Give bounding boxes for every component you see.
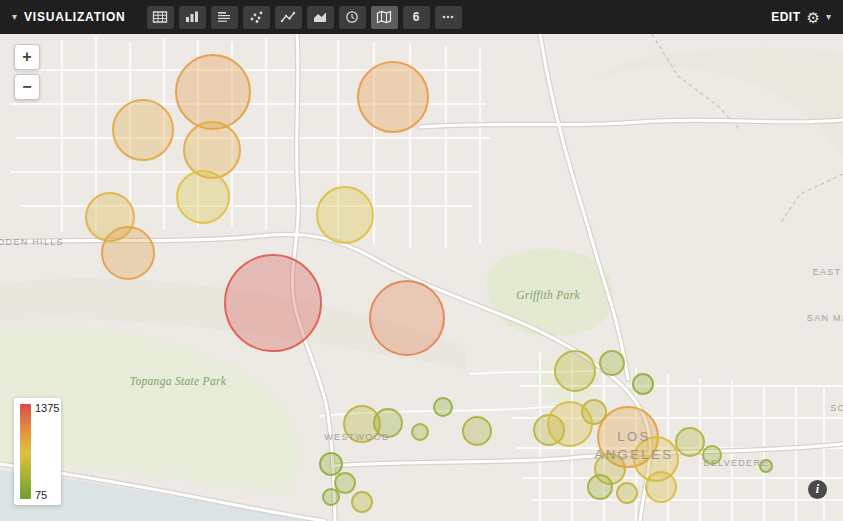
color-legend: 1375 75 <box>14 398 61 505</box>
map-bubble[interactable] <box>184 122 240 178</box>
map-bubble[interactable] <box>600 351 624 375</box>
map-bubble[interactable] <box>323 489 339 505</box>
map-bubble[interactable] <box>370 281 444 355</box>
visualization-app: ▾ VISUALIZATION 6 EDIT ⚙ ▾ <box>0 0 843 521</box>
map-bubble[interactable] <box>434 398 452 416</box>
map-bubble[interactable] <box>548 402 592 446</box>
map-bubble[interactable] <box>617 483 637 503</box>
map-bubble[interactable] <box>225 255 321 351</box>
map-bubble[interactable] <box>352 492 372 512</box>
attribution-info-button[interactable]: i <box>808 480 827 499</box>
edit-caret-icon[interactable]: ▾ <box>826 12 831 22</box>
bar-chart-icon[interactable] <box>179 6 206 29</box>
edit-label[interactable]: EDIT <box>771 10 800 24</box>
gear-icon[interactable]: ⚙ <box>807 10 820 25</box>
map-bubble[interactable] <box>646 472 676 502</box>
collapse-caret-icon[interactable]: ▾ <box>12 12 17 22</box>
map-bubble[interactable] <box>113 100 173 160</box>
toolbar-title: VISUALIZATION <box>24 10 126 24</box>
clock-icon[interactable] <box>339 6 366 29</box>
map-bubble[interactable] <box>176 55 250 129</box>
zoom-out-button[interactable]: − <box>14 74 40 100</box>
zoom-control: + − <box>14 44 40 100</box>
basemap <box>0 34 843 521</box>
map-bubble[interactable] <box>320 453 342 475</box>
map-bubble[interactable] <box>555 351 595 391</box>
map-bubble[interactable] <box>102 227 154 279</box>
line-chart-icon[interactable] <box>275 6 302 29</box>
map-bubble[interactable] <box>760 460 772 472</box>
map-bubble[interactable] <box>676 428 704 456</box>
map-bubble[interactable] <box>335 473 355 493</box>
text-report-icon[interactable] <box>211 6 238 29</box>
scatter-chart-icon[interactable] <box>243 6 270 29</box>
map-canvas[interactable]: HIDDEN HILLSGriffith ParkTopanga State P… <box>0 34 843 521</box>
more-icon[interactable] <box>435 6 462 29</box>
map-icon[interactable] <box>371 6 398 29</box>
visualization-toolbar: ▾ VISUALIZATION 6 EDIT ⚙ ▾ <box>0 0 843 34</box>
legend-max-value: 1375 <box>35 402 59 414</box>
edit-control[interactable]: EDIT ⚙ ▾ <box>771 10 831 25</box>
map-bubble[interactable] <box>358 62 428 132</box>
legend-gradient-bar <box>20 404 31 499</box>
area-chart-icon[interactable] <box>307 6 334 29</box>
map-bubble[interactable] <box>317 187 373 243</box>
map-bubble[interactable] <box>588 475 612 499</box>
number-6-icon[interactable]: 6 <box>403 6 430 29</box>
map-bubble[interactable] <box>412 424 428 440</box>
map-bubble[interactable] <box>177 171 229 223</box>
map-bubble[interactable] <box>374 409 402 437</box>
map-bubble[interactable] <box>633 374 653 394</box>
map-bubble[interactable] <box>703 446 721 464</box>
zoom-in-button[interactable]: + <box>14 44 40 70</box>
map-bubble[interactable] <box>463 417 491 445</box>
toolbar-icons: 6 <box>147 6 462 29</box>
legend-min-value: 75 <box>35 489 47 501</box>
table-icon[interactable] <box>147 6 174 29</box>
